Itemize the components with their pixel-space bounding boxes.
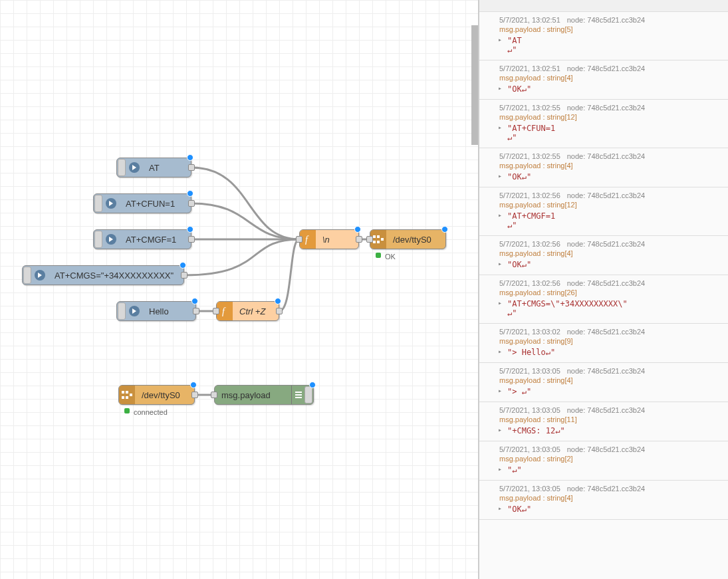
debug-body[interactable]: "AT ↵" [499,36,721,55]
debug-sidebar[interactable]: 5/7/2021, 13:02:51node: 748c5d21.cc3b24m… [479,0,728,579]
changed-dot-icon [187,190,193,197]
input-port[interactable] [296,236,303,243]
debug-message[interactable]: 5/7/2021, 13:03:05node: 748c5d21.cc3b24m… [479,402,728,441]
debug-path: msg.payload : string[4] [499,74,721,82]
debug-timestamp: 5/7/2021, 13:02:56 [499,279,560,287]
node-debug[interactable]: msg.payload [214,385,314,405]
debug-node-id: node: 748c5d21.cc3b24 [567,191,645,199]
changed-dot-icon [187,154,193,161]
debug-message[interactable]: 5/7/2021, 13:02:56node: 748c5d21.cc3b24m… [479,275,728,324]
output-port[interactable] [356,236,362,243]
debug-node-id: node: 748c5d21.cc3b24 [567,152,645,160]
svg-text:f: f [222,306,226,316]
changed-dot-icon [187,226,193,233]
node-serial-in[interactable]: /dev/ttyS0 connected [118,385,195,405]
debug-node-id: node: 748c5d21.cc3b24 [567,485,645,493]
debug-node-id: node: 748c5d21.cc3b24 [567,279,645,287]
status-text: OK [385,253,396,261]
status-text: connected [134,408,168,416]
output-port[interactable] [181,272,187,279]
output-port[interactable] [188,200,195,207]
debug-timestamp: 5/7/2021, 13:02:56 [499,240,560,248]
debug-message[interactable]: 5/7/2021, 13:03:05node: 748c5d21.cc3b24m… [479,481,728,520]
debug-message[interactable]: 5/7/2021, 13:02:55node: 748c5d21.cc3b24m… [479,100,728,148]
changed-dot-icon [190,382,197,388]
inject-button[interactable] [118,159,126,176]
output-port[interactable] [276,308,283,314]
node-inject-hello[interactable]: Hello [116,301,196,321]
debug-message[interactable]: 5/7/2021, 13:02:56node: 748c5d21.cc3b24m… [479,236,728,275]
input-port[interactable] [211,392,217,398]
changed-dot-icon [309,382,316,388]
node-label: \n [316,235,336,245]
node-label: /dev/ttyS0 [135,390,187,400]
debug-body[interactable]: "OK↵" [499,172,721,181]
debug-message[interactable]: 5/7/2021, 13:02:55node: 748c5d21.cc3b24m… [479,148,728,187]
debug-body[interactable]: "AT+CMGS=\"+34XXXXXXXXX\" ↵" [499,299,721,318]
debug-body[interactable]: "OK↵" [499,505,721,514]
debug-node-id: node: 748c5d21.cc3b24 [567,367,645,375]
debug-message[interactable]: 5/7/2021, 13:02:51node: 748c5d21.cc3b24m… [479,12,728,60]
debug-node-id: node: 748c5d21.cc3b24 [567,406,645,414]
debug-timestamp: 5/7/2021, 13:03:05 [499,445,560,453]
node-label: msg.payload [215,390,291,400]
node-inject-cfun[interactable]: AT+CFUN=1 [93,193,191,213]
debug-node-id: node: 748c5d21.cc3b24 [567,16,645,24]
debug-message[interactable]: 5/7/2021, 13:03:05node: 748c5d21.cc3b24m… [479,441,728,481]
input-port[interactable] [213,308,219,314]
debug-message[interactable]: 5/7/2021, 13:03:05node: 748c5d21.cc3b24m… [479,363,728,402]
debug-icon [291,386,304,404]
changed-dot-icon [354,226,361,233]
debug-node-id: node: 748c5d21.cc3b24 [567,104,645,112]
node-label: AT [142,163,166,173]
output-port[interactable] [188,236,195,243]
debug-path: msg.payload : string[5] [499,25,721,33]
changed-dot-icon [191,298,198,304]
canvas-scrollbar[interactable] [471,25,478,145]
debug-body[interactable]: "AT+CMGF=1 ↵" [499,211,721,230]
node-function-ctrlz[interactable]: f Ctrl +Z [216,301,279,321]
arrow-right-icon [103,194,119,213]
inject-button[interactable] [118,302,126,320]
node-label: AT+CFUN=1 [119,199,182,209]
debug-body[interactable]: "OK↵" [499,84,721,94]
flow-canvas[interactable]: AT AT+CFUN=1 AT+CMGF=1 AT+CMGS="+34XXXXX… [0,0,479,579]
node-inject-cmgs[interactable]: AT+CMGS="+34XXXXXXXXX" [22,265,184,285]
inject-button[interactable] [23,267,31,284]
debug-timestamp: 5/7/2021, 13:03:02 [499,328,560,336]
debug-message[interactable]: 5/7/2021, 13:02:51node: 748c5d21.cc3b24m… [479,60,728,100]
debug-toggle-button[interactable] [304,386,312,404]
output-port[interactable] [193,308,199,314]
output-port[interactable] [188,164,195,171]
debug-path: msg.payload : string[9] [499,337,721,345]
debug-body[interactable]: "AT+CFUN=1 ↵" [499,124,721,142]
debug-path: msg.payload : string[11] [499,415,721,423]
debug-timestamp: 5/7/2021, 13:03:05 [499,406,560,414]
changed-dot-icon [441,226,448,233]
inject-button[interactable] [94,195,102,212]
node-function-newline[interactable]: f \n [299,229,359,249]
debug-body[interactable]: "> ↵" [499,387,721,396]
arrow-right-icon [32,266,48,285]
node-inject-at[interactable]: AT [116,158,191,177]
node-inject-cmgf[interactable]: AT+CMGF=1 [93,229,191,249]
node-label: AT+CMGS="+34XXXXXXXXX" [48,271,180,281]
input-port[interactable] [366,236,373,243]
debug-path: msg.payload : string[26] [499,289,721,296]
debug-path: msg.payload : string[4] [499,376,721,384]
debug-message[interactable]: 5/7/2021, 13:02:56node: 748c5d21.cc3b24m… [479,187,728,236]
debug-timestamp: 5/7/2021, 13:02:56 [499,191,560,199]
node-serial-out[interactable]: /dev/ttyS0 OK [370,229,446,249]
output-port[interactable] [191,392,198,398]
inject-button[interactable] [94,231,102,248]
debug-path: msg.payload : string[12] [499,113,721,121]
debug-message[interactable]: 5/7/2021, 13:03:02node: 748c5d21.cc3b24m… [479,324,728,363]
debug-timestamp: 5/7/2021, 13:02:51 [499,16,560,24]
debug-body[interactable]: "OK↵" [499,260,721,269]
debug-timestamp: 5/7/2021, 13:02:51 [499,64,560,72]
debug-node-id: node: 748c5d21.cc3b24 [567,445,645,453]
debug-body[interactable]: "+CMGS: 12↵" [499,426,721,435]
debug-node-id: node: 748c5d21.cc3b24 [567,328,645,336]
debug-body[interactable]: "↵" [499,465,721,475]
debug-body[interactable]: "> Hello↵" [499,348,721,357]
